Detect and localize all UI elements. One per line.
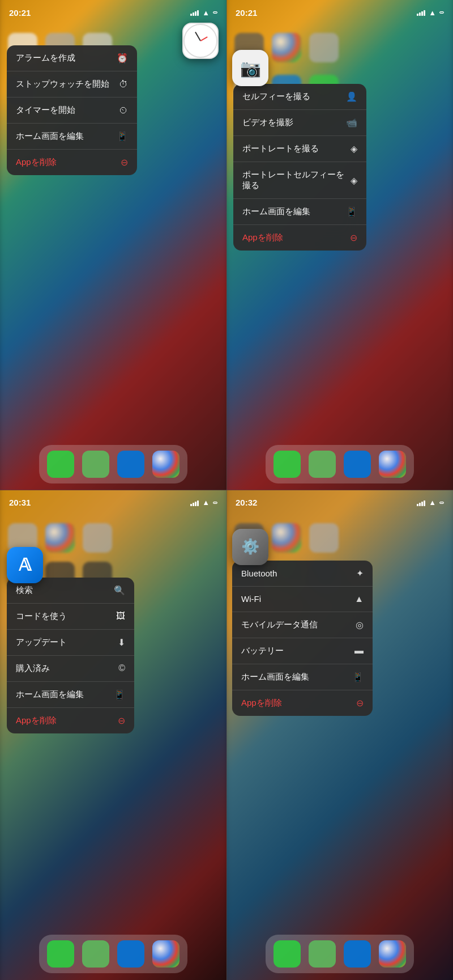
phone-icon: 📱	[117, 131, 128, 142]
menu-item-label-delete: Appを削除	[241, 698, 282, 709]
menu-item-label: ポートレートセルフィーを撮る	[242, 169, 351, 191]
bg-app-icon	[309, 523, 339, 553]
menu-item-purchased[interactable]: 購入済み ©	[7, 656, 134, 682]
menu-item-create-alarm[interactable]: アラームを作成 ⏰	[7, 45, 137, 71]
menu-item-mobile-data[interactable]: モバイルデータ通信 ◎	[232, 612, 373, 638]
quadrant-camera: 20:21 ▲ 📷 セルフィーを撮る 👤	[226, 0, 453, 490]
signal-icon	[417, 9, 425, 16]
menu-item-label: セルフィーを撮る	[242, 91, 310, 102]
status-icons-q3: ▲	[190, 498, 217, 507]
status-icons-q2: ▲	[417, 9, 444, 17]
menu-item-wifi[interactable]: Wi-Fi ▲	[232, 587, 373, 612]
portrait-selfie-icon: ◈	[351, 175, 357, 186]
code-icon: 🖼	[116, 611, 125, 621]
signal-icon	[190, 499, 199, 506]
menu-item-delete-app[interactable]: Appを削除 ⊖	[233, 225, 366, 251]
status-bar-q1: 20:21 ▲	[0, 0, 226, 25]
quadrant-clock: 20:21 ▲ アラームを作成 ⏰ ストッ	[0, 0, 226, 490]
appstore-glyph: 𝔸	[19, 555, 31, 575]
clock-app-icon[interactable]	[182, 23, 219, 59]
phone-icon: 📱	[114, 689, 125, 700]
menu-item-use-code[interactable]: コードを使う 🖼	[7, 604, 134, 630]
battery-icon	[213, 11, 217, 14]
menu-item-edit-home[interactable]: ホーム画面を編集 📱	[7, 682, 134, 708]
menu-item-label: ストップウォッチを開始	[16, 79, 109, 90]
dock-icon-phone[interactable]	[273, 940, 301, 968]
menu-item-label: ホーム画面を編集	[242, 206, 310, 217]
dock-icon-chrome[interactable]	[379, 940, 406, 968]
wifi-icon: ▲	[429, 498, 436, 507]
dock-icon-chrome[interactable]	[152, 451, 180, 478]
camera-glyph: 📷	[240, 58, 261, 78]
bluetooth-icon: ✦	[356, 568, 364, 579]
delete-icon: ⊖	[350, 232, 357, 243]
status-icons-q4: ▲	[417, 498, 444, 507]
menu-item-label-delete: Appを削除	[242, 232, 283, 243]
bg-app-icon	[83, 523, 112, 553]
menu-item-label: ホーム画面を編集	[16, 131, 84, 142]
menu-item-edit-home[interactable]: ホーム画面を編集 📱	[7, 124, 137, 150]
menu-item-delete-app[interactable]: Appを削除 ⊖	[7, 708, 134, 733]
menu-item-label: モバイルデータ通信	[241, 620, 318, 630]
status-time-q1: 20:21	[9, 8, 31, 18]
menu-item-portrait-selfie[interactable]: ポートレートセルフィーを撮る ◈	[233, 162, 366, 199]
menu-item-portrait[interactable]: ポートレートを撮る ◈	[233, 136, 366, 162]
menu-item-timer[interactable]: タイマーを開始 ⏲	[7, 97, 137, 124]
dock-icon-messages[interactable]	[309, 940, 336, 968]
signal-icon	[417, 499, 425, 506]
settings-app-icon[interactable]: ⚙️	[232, 529, 268, 565]
dock-icon-safari[interactable]	[117, 451, 144, 478]
dock-q1	[39, 445, 187, 483]
dock-icon-safari[interactable]	[117, 940, 144, 968]
status-bar-q4: 20:32 ▲	[226, 490, 453, 515]
menu-item-battery[interactable]: バッテリー ▬	[232, 638, 373, 664]
menu-item-edit-home[interactable]: ホーム画面を編集 📱	[232, 664, 373, 690]
purchased-icon: ©	[118, 663, 125, 673]
phone-icon: 📱	[346, 206, 357, 217]
dock-icon-safari[interactable]	[344, 451, 371, 478]
appstore-context-menu: 検索 🔍 コードを使う 🖼 アップデート ⬇ 購入済み © ホーム画面を編集 📱…	[7, 578, 134, 733]
menu-item-label: タイマーを開始	[16, 105, 75, 116]
menu-item-update[interactable]: アップデート ⬇	[7, 630, 134, 656]
dock-icon-messages[interactable]	[309, 451, 336, 478]
menu-item-delete-app[interactable]: Appを削除 ⊖	[7, 150, 137, 175]
wifi-icon: ▲	[202, 9, 210, 17]
menu-item-label: アラームを作成	[16, 53, 75, 63]
menu-item-label: Wi-Fi	[241, 594, 261, 604]
bg-app-icon	[45, 523, 75, 553]
dock-icon-safari[interactable]	[344, 940, 371, 968]
dock-icon-phone[interactable]	[273, 451, 301, 478]
status-time-q2: 20:21	[236, 8, 257, 18]
menu-item-label: コードを使う	[16, 611, 67, 622]
menu-item-edit-home[interactable]: ホーム画面を編集 📱	[233, 199, 366, 225]
menu-item-label: 検索	[16, 585, 33, 596]
phone-icon: 📱	[352, 672, 364, 682]
status-time-q4: 20:32	[236, 498, 257, 507]
menu-item-label: Bluetooth	[241, 569, 277, 578]
dock-icon-chrome[interactable]	[379, 451, 406, 478]
status-icons-q1: ▲	[190, 9, 217, 17]
appstore-app-icon[interactable]: 𝔸	[7, 547, 43, 583]
quadrant-settings: 20:32 ▲ ⚙️ Bluetooth ✦	[226, 490, 453, 981]
menu-item-selfie[interactable]: セルフィーを撮る 👤	[233, 84, 366, 110]
menu-item-delete-app[interactable]: Appを削除 ⊖	[232, 690, 373, 716]
menu-item-video[interactable]: ビデオを撮影 📹	[233, 110, 366, 136]
camera-app-icon[interactable]: 📷	[232, 50, 268, 86]
dock-icon-phone[interactable]	[47, 451, 74, 478]
battery-setting-icon: ▬	[354, 646, 364, 656]
dock-icon-chrome[interactable]	[152, 940, 180, 968]
dock-icon-messages[interactable]	[82, 451, 109, 478]
quadrant-appstore: 20:31 ▲ 𝔸 検索 🔍 コードを使	[0, 490, 226, 981]
menu-item-label-delete: Appを削除	[16, 157, 57, 168]
status-bar-q3: 20:31 ▲	[0, 490, 226, 515]
battery-icon	[439, 11, 444, 14]
dock-icon-messages[interactable]	[82, 940, 109, 968]
signal-icon	[190, 9, 199, 16]
menu-item-stopwatch[interactable]: ストップウォッチを開始 ⏱	[7, 71, 137, 97]
menu-item-label: ホーム画面を編集	[16, 689, 84, 700]
battery-icon	[439, 502, 444, 504]
alarm-icon: ⏰	[117, 53, 128, 63]
dock-icon-phone[interactable]	[47, 940, 74, 968]
delete-icon: ⊖	[118, 715, 125, 726]
video-icon: 📹	[346, 117, 357, 128]
